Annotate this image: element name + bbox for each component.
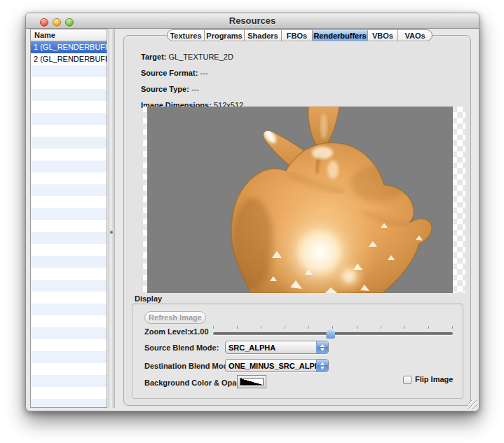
resources-window: Resources Name 1 (GL_RENDERBUFFE... 2 (G… <box>25 13 479 411</box>
popup-stepper-icon <box>316 341 328 353</box>
titlebar[interactable]: Resources <box>26 13 479 29</box>
list-item-renderbuffer-1[interactable]: 1 (GL_RENDERBUFFE... <box>31 41 107 53</box>
close-button-icon[interactable] <box>40 18 48 27</box>
dest-blend-value: ONE_MINUS_SRC_ALPHA <box>226 362 316 370</box>
target-value: GL_TEXTURE_2D <box>169 53 233 61</box>
minimize-button-icon[interactable] <box>53 18 61 27</box>
bg-color-opacity-label: Background Color & Opacity: <box>144 379 252 387</box>
desktop: Resources Name 1 (GL_RENDERBUFFE... 2 (G… <box>0 0 504 443</box>
tab-bar: Textures Programs Shaders FBOs Renderbuf… <box>167 29 433 41</box>
source-type-row: Source Type: --- <box>141 85 199 95</box>
tab-vbos[interactable]: VBOs <box>368 30 398 41</box>
tab-renderbuffers[interactable]: Renderbuffers <box>313 30 368 41</box>
display-group-label: Display <box>135 294 162 303</box>
source-blend-value: SRC_ALPHA <box>226 343 316 352</box>
zoom-level-label: Zoom Level: <box>144 327 190 336</box>
zoom-level-value: x1.00 <box>189 327 209 336</box>
flip-image-label: Flip Image <box>415 375 453 383</box>
splitter-grip-icon[interactable] <box>110 231 113 234</box>
opacity-wedge-icon <box>240 378 264 386</box>
dest-blend-label: Destination Blend Mode: <box>144 362 235 370</box>
bunny-render <box>147 107 453 293</box>
source-format-label: Source Format: <box>141 69 198 77</box>
source-format-value: --- <box>200 69 207 77</box>
tab-textures[interactable]: Textures <box>168 30 205 41</box>
sidebar-splitter[interactable] <box>108 29 115 408</box>
source-format-row: Source Format: --- <box>141 69 207 79</box>
name-column-header[interactable]: Name <box>31 29 107 41</box>
target-row: Target: GL_TEXTURE_2D <box>141 53 233 62</box>
source-type-label: Source Type: <box>141 85 189 93</box>
dest-blend-popup[interactable]: ONE_MINUS_SRC_ALPHA <box>225 359 329 372</box>
refresh-image-button[interactable]: Refresh Image <box>144 311 206 324</box>
source-blend-popup[interactable]: SRC_ALPHA <box>225 341 329 354</box>
background-color-well[interactable] <box>237 375 266 388</box>
target-label: Target: <box>141 53 166 61</box>
slider-ticks <box>213 326 453 329</box>
list-item-renderbuffer-2[interactable]: 2 (GL_RENDERBUFFE... <box>31 53 107 65</box>
flip-image-checkbox[interactable] <box>403 376 411 384</box>
resource-list-body: 1 (GL_RENDERBUFFE... 2 (GL_RENDERBUFFE..… <box>31 41 107 407</box>
source-type-value: --- <box>191 85 199 93</box>
resize-grip-icon[interactable] <box>468 400 477 409</box>
zoom-button-icon[interactable] <box>65 18 74 27</box>
source-blend-label: Source Blend Mode: <box>144 343 219 352</box>
texture-preview <box>143 107 465 293</box>
tab-vaos[interactable]: VAOs <box>398 30 432 41</box>
tab-shaders[interactable]: Shaders <box>245 30 282 41</box>
resource-list: Name 1 (GL_RENDERBUFFE... 2 (GL_RENDERBU… <box>30 29 107 408</box>
tab-programs[interactable]: Programs <box>205 30 245 41</box>
renderbuffer-image <box>147 107 453 293</box>
tab-fbos[interactable]: FBOs <box>282 30 313 41</box>
popup-stepper-icon <box>316 360 328 372</box>
zoom-slider-thumb[interactable] <box>326 328 335 339</box>
window-title: Resources <box>26 13 479 29</box>
